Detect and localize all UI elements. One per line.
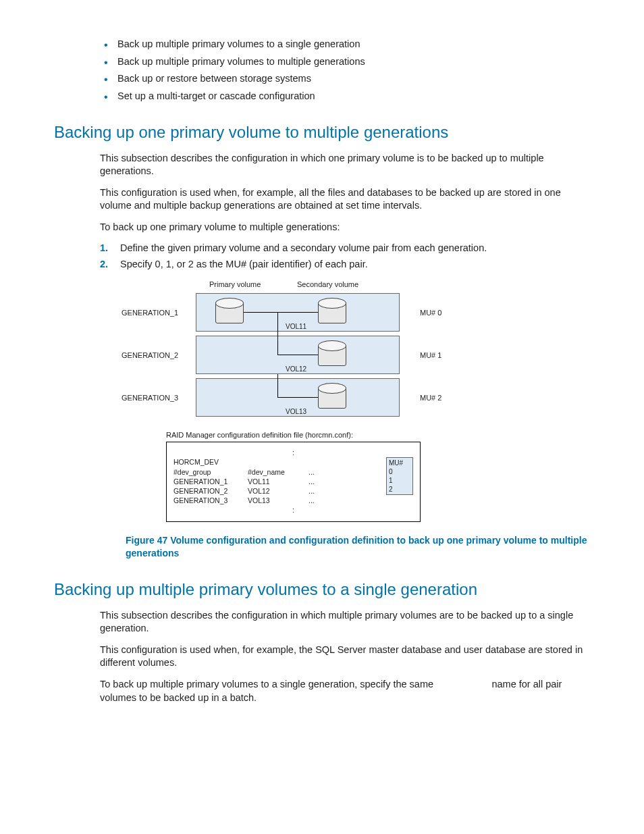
conf-r1-c3: ... <box>308 477 336 486</box>
section2-p2: This configuration is used when, for exa… <box>100 644 590 670</box>
figure-47-diagram: Primary volume Secondary volume GENERATI… <box>122 280 590 523</box>
mu2-label: MU# 2 <box>420 393 459 403</box>
conf-r2-c1: GENERATION_2 <box>173 486 248 496</box>
conf-r1-c1: GENERATION_1 <box>173 477 248 486</box>
gen2-box: VOL12 <box>196 336 400 374</box>
primary-vol-icon <box>215 302 244 323</box>
secondary-vol-icon <box>318 387 346 409</box>
step-1: Define the given primary volume and a se… <box>100 242 590 255</box>
mu0-label: MU# 0 <box>420 308 459 318</box>
gen1-label: GENERATION_1 <box>122 308 196 318</box>
section1-p2: This configuration is used when, for exa… <box>100 186 590 213</box>
bullet-item: Back up multiple primary volumes to a si… <box>101 38 590 51</box>
gen2-label: GENERATION_2 <box>122 350 196 361</box>
step-2-text: Specify 0, 1, or 2 as the MU# (pair iden… <box>120 259 368 269</box>
conf-r3-c3: ... <box>308 496 336 505</box>
mu-col-0: 0 <box>389 467 410 476</box>
section2-p3: To back up multiple primary volumes to a… <box>100 678 590 705</box>
vol11-label: VOL11 <box>286 322 306 332</box>
conf-col-devgroup: #dev_group <box>173 467 248 477</box>
bullet-item: Back up or restore between storage syste… <box>101 72 590 86</box>
section1-p1: This subsection describes the configurat… <box>100 152 590 178</box>
bullet-item: Set up a multi-target or cascade configu… <box>101 90 590 103</box>
primary-volume-label: Primary volume <box>209 280 297 290</box>
devgroup-code: dev_group <box>436 679 489 692</box>
conf-col-dots: ... <box>308 467 336 477</box>
conf-r1-c2: VOL11 <box>248 477 308 486</box>
conf-r3-c2: VOL13 <box>248 496 308 505</box>
intro-bullets: Back up multiple primary volumes to a si… <box>101 38 590 103</box>
step-2: Specify 0, 1, or 2 as the MU# (pair iden… <box>100 258 590 271</box>
vol13-label: VOL13 <box>286 407 306 417</box>
section1-p3: To back up one primary volume to multipl… <box>100 221 590 234</box>
mu-col-header: MU# <box>389 459 410 467</box>
gen3-box: VOL13 <box>196 378 400 417</box>
conf-file-title: RAID Manager configuration definition fi… <box>166 430 590 440</box>
mu1-label: MU# 1 <box>420 350 459 361</box>
conf-col-devname: #dev_name <box>248 467 308 477</box>
section2-title: Backing up multiple primary volumes to a… <box>54 579 590 600</box>
secondary-volume-label: Secondary volume <box>297 280 385 290</box>
mu-col-1: 1 <box>389 476 410 485</box>
conf-r2-c3: ... <box>308 486 336 496</box>
figure-47-caption: Figure 47 Volume configuration and confi… <box>126 534 590 560</box>
gen3-label: GENERATION_3 <box>122 393 196 403</box>
bullet-item: Back up multiple primary volumes to mult… <box>101 55 590 69</box>
gen1-box: VOL11 <box>196 293 400 332</box>
section1-steps: Define the given primary volume and a se… <box>100 242 590 271</box>
section2-p1: This subsection describes the configurat… <box>100 609 590 635</box>
conf-r3-c1: GENERATION_3 <box>173 496 248 505</box>
mu-col-2: 2 <box>389 485 410 494</box>
conf-file-box: : HORCM_DEV #dev_group #dev_name ... GEN… <box>166 442 421 522</box>
conf-r2-c2: VOL12 <box>248 486 308 496</box>
secondary-vol-icon <box>318 302 346 323</box>
horcm-dev-label: HORCM_DEV <box>173 457 413 467</box>
section1-title: Backing up one primary volume to multipl… <box>54 122 590 143</box>
vol12-label: VOL12 <box>286 365 306 374</box>
mu-column-box: MU# 0 1 2 <box>386 457 413 495</box>
section2-p3a: To back up multiple primary volumes to a… <box>100 679 436 689</box>
secondary-vol-icon <box>318 344 346 366</box>
